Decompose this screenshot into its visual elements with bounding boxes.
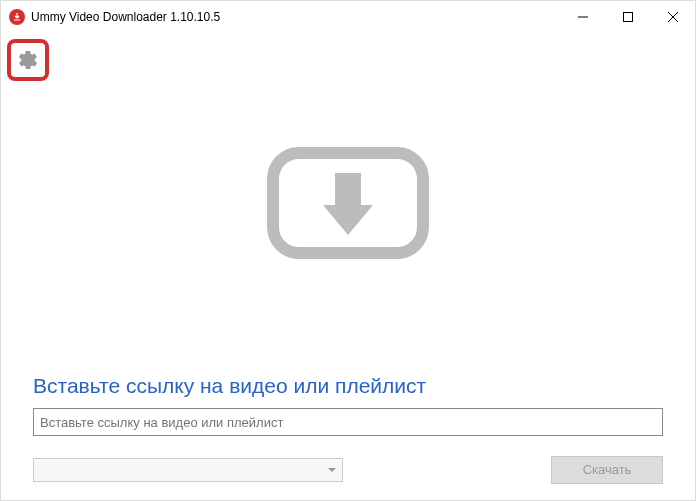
- content-area: Вставьте ссылку на видео или плейлист Ск…: [1, 33, 695, 500]
- download-button[interactable]: Скачать: [551, 456, 663, 484]
- app-icon: [9, 9, 25, 25]
- window-controls: [560, 1, 695, 33]
- url-input[interactable]: [33, 408, 663, 436]
- minimize-icon: [578, 12, 588, 22]
- gear-icon: [17, 49, 39, 71]
- settings-button[interactable]: [7, 39, 49, 81]
- close-button[interactable]: [650, 1, 695, 33]
- minimize-button[interactable]: [560, 1, 605, 33]
- app-window: Ummy Video Downloader 1.10.10.5: [0, 0, 696, 501]
- titlebar: Ummy Video Downloader 1.10.10.5: [1, 1, 695, 33]
- maximize-button[interactable]: [605, 1, 650, 33]
- video-preview-area: [33, 41, 663, 374]
- close-icon: [668, 12, 678, 22]
- svg-marker-6: [323, 205, 373, 235]
- format-select[interactable]: [33, 458, 343, 482]
- download-circle-icon: [12, 12, 22, 22]
- bottom-toolbar: Скачать: [33, 456, 663, 484]
- video-download-placeholder-icon: [263, 143, 433, 263]
- window-title: Ummy Video Downloader 1.10.10.5: [31, 10, 560, 24]
- svg-rect-1: [623, 13, 632, 22]
- maximize-icon: [623, 12, 633, 22]
- prompt-heading: Вставьте ссылку на видео или плейлист: [33, 374, 663, 398]
- svg-rect-5: [335, 173, 361, 208]
